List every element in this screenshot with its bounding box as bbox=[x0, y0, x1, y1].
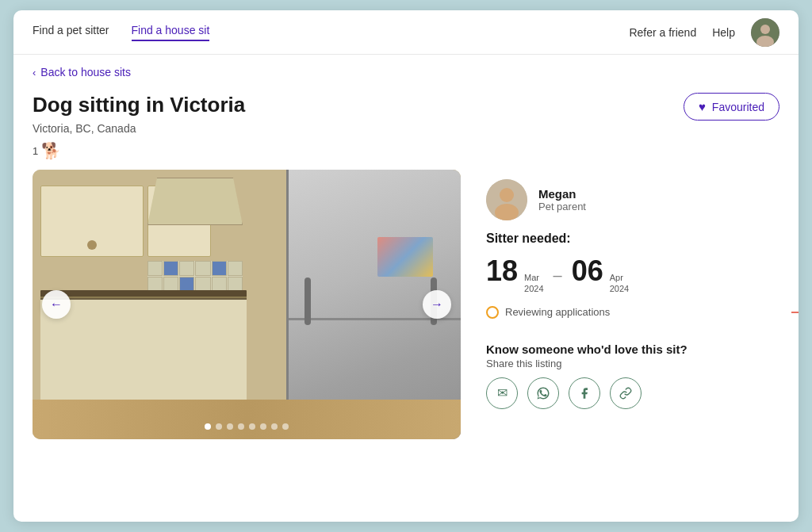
carousel-dots bbox=[205, 423, 289, 430]
arrow-indicator bbox=[791, 307, 799, 318]
share-facebook-button[interactable] bbox=[569, 377, 600, 409]
nav-links: Find a pet sitter Find a house sit bbox=[33, 24, 629, 41]
refer-friend-link[interactable]: Refer a friend bbox=[629, 26, 696, 39]
share-link-button[interactable] bbox=[610, 377, 642, 409]
carousel-next-button[interactable]: → bbox=[423, 290, 451, 319]
image-carousel: ← → bbox=[33, 170, 461, 439]
owner-name: Megan bbox=[538, 187, 586, 201]
heart-icon: ♥ bbox=[699, 100, 706, 113]
pet-count-row: 1 🐕 bbox=[33, 141, 461, 160]
main-window: Find a pet sitter Find a house sit Refer… bbox=[13, 10, 799, 522]
end-month-year: Apr 2024 bbox=[610, 272, 629, 295]
tile bbox=[212, 261, 227, 276]
nav-find-pet-sitter[interactable]: Find a pet sitter bbox=[33, 24, 109, 41]
svg-point-1 bbox=[760, 25, 770, 34]
content-area: Dog sitting in Victoria Victoria, BC, Ca… bbox=[13, 85, 799, 522]
carousel-dot-5[interactable] bbox=[249, 423, 255, 430]
dog-icon: 🐕 bbox=[41, 141, 61, 160]
tile bbox=[228, 261, 243, 276]
owner-role: Pet parent bbox=[538, 201, 586, 212]
status-text: Reviewing applications bbox=[505, 306, 610, 318]
favourited-label: Favourited bbox=[712, 101, 764, 113]
date-range: 18 Mar 2024 – 06 Apr 2024 bbox=[486, 257, 779, 295]
breadcrumb-bar: ‹ Back to house sits bbox=[13, 55, 799, 85]
owner-avatar bbox=[486, 179, 527, 220]
kitchen-image bbox=[33, 170, 461, 439]
end-year: 2024 bbox=[610, 283, 629, 294]
tile bbox=[163, 261, 178, 276]
carousel-prev-button[interactable]: ← bbox=[42, 290, 71, 319]
date-separator: – bbox=[553, 266, 562, 285]
share-email-button[interactable]: ✉ bbox=[486, 377, 518, 409]
listing-title: Dog sitting in Victoria bbox=[33, 93, 461, 117]
listing-left-column: Dog sitting in Victoria Victoria, BC, Ca… bbox=[33, 93, 461, 509]
status-row: Reviewing applications bbox=[486, 306, 779, 319]
end-month: Apr bbox=[610, 272, 629, 283]
breadcrumb-label: Back to house sits bbox=[40, 66, 131, 78]
listing-location: Victoria, BC, Canada bbox=[33, 122, 461, 135]
start-year: 2024 bbox=[524, 283, 543, 294]
owner-card: Megan Pet parent bbox=[486, 179, 779, 220]
share-buttons: ✉ bbox=[486, 377, 779, 409]
pet-count: 1 bbox=[33, 145, 38, 157]
cabinet-decor bbox=[40, 186, 144, 257]
fridge-handle-left-decor bbox=[304, 277, 311, 325]
tile bbox=[147, 261, 163, 276]
carousel-dot-1[interactable] bbox=[205, 423, 211, 430]
fridge-photos-decor bbox=[377, 237, 433, 277]
tile bbox=[179, 261, 194, 276]
arrow-line bbox=[791, 312, 799, 313]
start-day: 18 bbox=[486, 257, 518, 285]
nav-find-house-sit[interactable]: Find a house sit bbox=[132, 24, 210, 41]
carousel-dot-3[interactable] bbox=[227, 423, 233, 430]
start-month: Mar bbox=[524, 272, 543, 283]
end-day: 06 bbox=[572, 257, 603, 285]
back-to-house-sits[interactable]: ‹ Back to house sits bbox=[33, 66, 779, 78]
nav-right: Refer a friend Help bbox=[629, 18, 779, 47]
share-subtitle: Share this listing bbox=[486, 358, 779, 369]
range-hood-decor bbox=[147, 178, 243, 225]
favourited-button[interactable]: ♥ Favourited bbox=[684, 93, 779, 121]
listing-right-column: ♥ Favourited Megan Pet parent Sitter nee… bbox=[486, 93, 779, 509]
tile bbox=[195, 261, 210, 276]
share-title: Know someone who'd love this sit? bbox=[486, 343, 779, 356]
svg-point-5 bbox=[495, 204, 519, 220]
carousel-dot-6[interactable] bbox=[260, 423, 266, 430]
carousel-dot-2[interactable] bbox=[216, 423, 222, 430]
floor-decor bbox=[33, 400, 461, 439]
sitter-needed-label: Sitter needed: bbox=[486, 232, 779, 246]
carousel-dot-7[interactable] bbox=[271, 423, 278, 430]
status-indicator-icon bbox=[486, 306, 499, 319]
help-link[interactable]: Help bbox=[712, 26, 735, 39]
start-month-year: Mar 2024 bbox=[524, 272, 543, 295]
share-section: Know someone who'd love this sit? Share … bbox=[486, 343, 779, 409]
share-whatsapp-button[interactable] bbox=[527, 377, 559, 409]
top-navigation: Find a pet sitter Find a house sit Refer… bbox=[13, 10, 799, 55]
back-chevron-icon: ‹ bbox=[33, 67, 36, 78]
svg-point-4 bbox=[500, 188, 514, 202]
user-avatar[interactable] bbox=[751, 18, 779, 47]
lower-cabinet-decor bbox=[40, 297, 247, 400]
owner-info: Megan Pet parent bbox=[538, 187, 586, 212]
carousel-dot-8[interactable] bbox=[282, 423, 289, 430]
carousel-dot-4[interactable] bbox=[238, 423, 244, 430]
